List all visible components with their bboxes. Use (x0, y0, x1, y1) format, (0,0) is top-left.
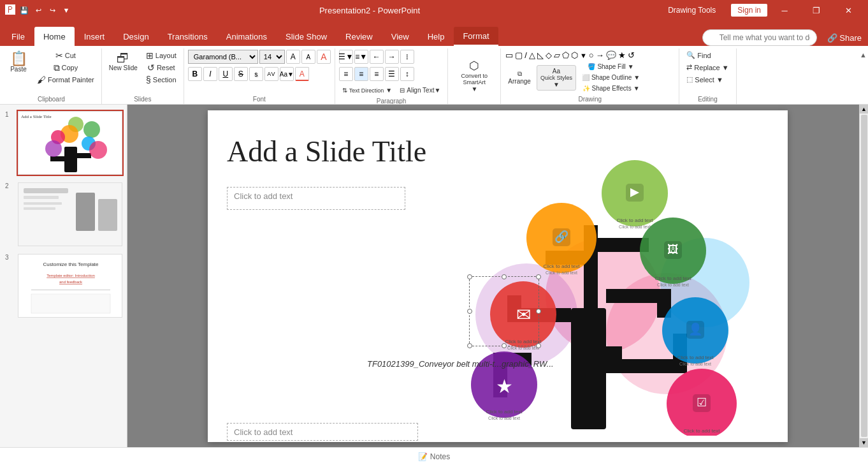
underline-button[interactable]: U (219, 67, 233, 81)
tab-slideshow[interactable]: Slide Show (277, 27, 336, 46)
change-case-button[interactable]: Aa▼ (280, 67, 294, 81)
tab-format[interactable]: Format (454, 27, 498, 46)
slide-thumb-2[interactable] (17, 181, 124, 247)
notes-bar[interactable]: 📝 Notes (0, 447, 868, 465)
decrease-indent-button[interactable]: ← (370, 50, 384, 64)
tab-file[interactable]: File (3, 27, 34, 46)
text-direction-button[interactable]: ⇅ Text Direction▼ (339, 85, 395, 95)
format-painter-button[interactable]: 🖌 Format Painter (34, 74, 98, 85)
bullets-button[interactable]: ☰▼ (339, 50, 353, 64)
handle-ml[interactable] (467, 309, 472, 314)
tab-insert[interactable]: Insert (75, 27, 114, 46)
minimize-button[interactable]: ─ (770, 0, 799, 20)
right-triangle-shape[interactable]: ◺ (537, 50, 544, 61)
more-shapes-btn[interactable]: ▼ (579, 51, 588, 60)
align-right-button[interactable]: ≡ (370, 67, 384, 81)
selection-box[interactable] (469, 276, 539, 346)
layout-button[interactable]: ⊞ Layout (143, 50, 180, 61)
new-slide-button[interactable]: 🗗 New Slide (106, 50, 141, 73)
handle-bm[interactable] (502, 343, 507, 348)
arrow-shape[interactable]: → (595, 50, 605, 61)
font-size-select[interactable]: 14 (259, 50, 285, 64)
redo-icon[interactable]: ↪ (47, 5, 57, 15)
close-button[interactable]: ✕ (834, 0, 863, 20)
tab-help[interactable]: Help (419, 27, 454, 46)
replace-button[interactable]: ⇄ Replace▼ (683, 62, 732, 73)
undo-icon[interactable]: ↩ (33, 5, 43, 15)
slide-canvas-area[interactable]: Add a Slide Title Click to add text TF01… (127, 105, 868, 447)
slide-title[interactable]: Add a Slide Title (227, 135, 426, 168)
tab-animations[interactable]: Animations (217, 27, 276, 46)
numbering-button[interactable]: ≡▼ (354, 50, 368, 64)
vertical-scrollbar[interactable]: ▲ ▼ (859, 105, 868, 447)
tab-view[interactable]: View (382, 27, 418, 46)
scroll-thumb[interactable] (861, 115, 867, 437)
align-text-button[interactable]: ⊟ Align Text▼ (396, 85, 444, 95)
handle-br[interactable] (536, 343, 541, 348)
tab-home[interactable]: Home (34, 27, 75, 46)
collapse-ribbon-button[interactable]: ▲ (860, 51, 867, 59)
shape-outline-button[interactable]: ⬜ Shape Outline▼ (579, 73, 643, 82)
section-button[interactable]: § Section (143, 74, 180, 85)
text-placeholder-top[interactable]: Click to add text (227, 187, 405, 210)
slide-thumb-1[interactable]: Add a Slide Title (17, 110, 124, 176)
slide-canvas[interactable]: Add a Slide Title Click to add text TF01… (208, 110, 788, 442)
italic-button[interactable]: I (203, 67, 217, 81)
select-button[interactable]: ⬚ Select▼ (683, 74, 726, 85)
tab-transitions[interactable]: Transitions (159, 27, 217, 46)
parallelogram-shape[interactable]: ▱ (553, 50, 561, 61)
shrink-font-button[interactable]: A (301, 50, 315, 64)
rect-shape[interactable]: ▭ (505, 50, 514, 61)
justify-button[interactable]: ☰ (385, 67, 399, 81)
align-center-button[interactable]: ≡ (354, 67, 368, 81)
share-button[interactable]: 🔗 Share (827, 33, 862, 43)
quick-styles-button[interactable]: Aa Quick Styles▼ (537, 65, 576, 91)
reset-button[interactable]: ↺ Reset (143, 62, 180, 73)
clear-format-button[interactable]: A (317, 50, 331, 64)
scroll-down-button[interactable]: ▼ (860, 438, 869, 447)
restore-button[interactable]: ❐ (802, 0, 831, 20)
handle-tl[interactable] (467, 274, 472, 279)
char-spacing-button[interactable]: AV (264, 67, 278, 81)
circle-shape[interactable]: ○ (588, 50, 595, 61)
handle-tm[interactable] (502, 274, 507, 279)
star-shape[interactable]: ★ (618, 50, 626, 61)
shape-fill-button[interactable]: 🪣 Shape Fill▼ (579, 62, 643, 71)
handle-mr[interactable] (536, 309, 541, 314)
line-spacing-button[interactable]: ↕ (400, 67, 414, 81)
copy-button[interactable]: ⧉ Copy (34, 62, 98, 73)
font-name-select[interactable]: Garamond (B... (188, 50, 258, 64)
callout-shape[interactable]: 💬 (605, 50, 617, 61)
grow-font-button[interactable]: A (286, 50, 300, 64)
pentagon-shape[interactable]: ⬠ (561, 50, 570, 61)
align-left-button[interactable]: ≡ (339, 67, 353, 81)
triangle-shape[interactable]: △ (528, 50, 536, 61)
arrange-button[interactable]: ⧉ Arrange (505, 68, 534, 87)
rounded-rect-shape[interactable]: ▢ (514, 50, 523, 61)
convert-smartart-button[interactable]: ⬡ Convert to SmartArt▼ (452, 57, 496, 94)
hexagon-shape[interactable]: ⬡ (570, 50, 579, 61)
diamond-shape[interactable]: ◇ (545, 50, 553, 61)
line-shape[interactable]: / (524, 50, 528, 61)
strikethrough-button[interactable]: S (234, 67, 248, 81)
columns-button[interactable]: ⫶ (400, 50, 414, 64)
slide-thumb-3[interactable]: Customize this Template Template editor:… (17, 253, 124, 319)
scroll-up-button[interactable]: ▲ (860, 105, 869, 114)
sign-in-button[interactable]: Sign in (731, 4, 767, 17)
save-icon[interactable]: 💾 (19, 5, 29, 15)
tell-me-input[interactable] (702, 29, 817, 46)
text-placeholder-bottom[interactable]: Click to add text (227, 423, 418, 441)
bold-button[interactable]: B (188, 67, 202, 81)
curved-arrow-shape[interactable]: ↺ (627, 50, 635, 61)
handle-tr[interactable] (536, 274, 541, 279)
tab-review[interactable]: Review (336, 27, 382, 46)
font-color-button[interactable]: A (295, 67, 309, 81)
increase-indent-button[interactable]: → (385, 50, 399, 64)
shape-effects-button[interactable]: ✨ Shape Effects▼ (579, 84, 643, 93)
paste-button[interactable]: 📋 Paste (5, 50, 32, 75)
customize-qat-icon[interactable]: ▼ (61, 5, 71, 15)
handle-bl[interactable] (467, 343, 472, 348)
cut-button[interactable]: ✂ Cut (34, 50, 98, 61)
tab-design[interactable]: Design (114, 27, 157, 46)
find-button[interactable]: 🔍 Find (683, 50, 714, 61)
